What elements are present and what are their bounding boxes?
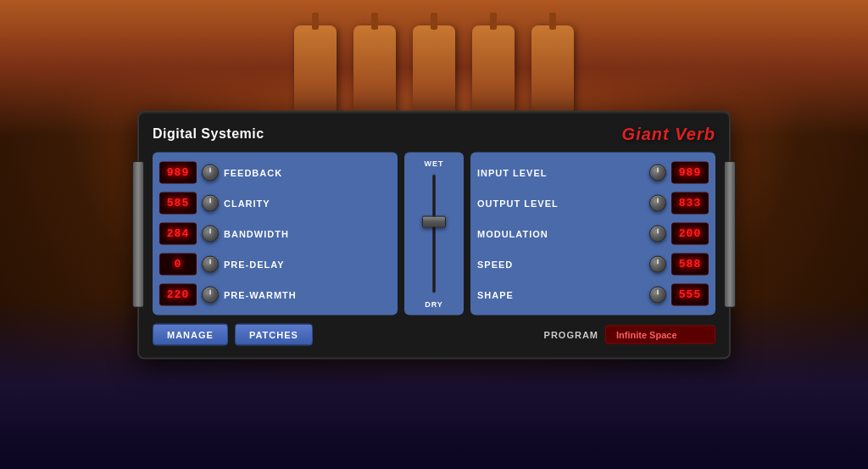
program-display[interactable]: Infinite Space bbox=[605, 325, 715, 343]
knob-shape[interactable] bbox=[649, 286, 666, 303]
rack-handle-right bbox=[724, 161, 736, 308]
rack-unit: Digital Systemic Giant Verb 989FEEDBACK5… bbox=[137, 110, 731, 359]
knob-modulation[interactable] bbox=[649, 225, 666, 242]
param-row-output_level: OUTPUT LEVEL833 bbox=[477, 189, 709, 216]
label-shape: SHAPE bbox=[477, 289, 644, 299]
dry-label: DRY bbox=[425, 299, 443, 308]
knob-pre_warmth[interactable] bbox=[202, 286, 219, 303]
label-speed: SPEED bbox=[477, 259, 644, 269]
knob-speed[interactable] bbox=[649, 255, 666, 272]
wet-label: WET bbox=[425, 159, 444, 167]
led-pre_delay: 0 bbox=[159, 253, 197, 275]
fader-thumb[interactable] bbox=[422, 215, 446, 227]
knob-feedback[interactable] bbox=[202, 164, 219, 181]
plugin-title: Digital Systemic bbox=[153, 126, 264, 142]
footer-left: MANAGE PATCHES bbox=[153, 323, 313, 345]
led-input_level: 989 bbox=[671, 161, 709, 183]
program-label: PROGRAM bbox=[544, 329, 598, 339]
manage-button[interactable]: MANAGE bbox=[153, 323, 228, 345]
led-shape: 555 bbox=[671, 283, 709, 305]
rack-handle-left bbox=[132, 161, 144, 308]
knob-clarity[interactable] bbox=[202, 194, 219, 211]
led-speed: 588 bbox=[671, 253, 709, 275]
knob-pre_delay[interactable] bbox=[202, 255, 219, 272]
label-pre_warmth: PRE-WARMTH bbox=[224, 289, 391, 299]
knob-bandwidth[interactable] bbox=[202, 225, 219, 242]
led-bandwidth: 284 bbox=[159, 222, 197, 244]
param-row-pre_warmth: 220PRE-WARMTH bbox=[159, 281, 391, 308]
label-feedback: FEEDBACK bbox=[224, 167, 391, 177]
param-row-modulation: MODULATION200 bbox=[477, 220, 709, 247]
label-pre_delay: PRE-DELAY bbox=[224, 259, 391, 269]
plugin-footer: MANAGE PATCHES PROGRAM Infinite Space bbox=[153, 323, 715, 345]
plugin-container: Digital Systemic Giant Verb 989FEEDBACK5… bbox=[137, 110, 731, 359]
fader-track[interactable] bbox=[432, 174, 436, 293]
patches-button[interactable]: PATCHES bbox=[235, 323, 313, 345]
knob-input_level[interactable] bbox=[649, 164, 666, 181]
right-panel: INPUT LEVEL989OUTPUT LEVEL833MODULATION2… bbox=[470, 152, 715, 315]
param-row-feedback: 989FEEDBACK bbox=[159, 159, 391, 186]
led-pre_warmth: 220 bbox=[159, 283, 197, 305]
center-panel: WET DRY bbox=[404, 152, 464, 315]
label-bandwidth: BANDWIDTH bbox=[224, 228, 391, 238]
led-feedback: 989 bbox=[159, 161, 197, 183]
brand-first: Giant bbox=[622, 124, 670, 142]
brand-second: Verb bbox=[675, 124, 715, 142]
led-clarity: 585 bbox=[159, 192, 197, 214]
label-clarity: CLARITY bbox=[224, 198, 391, 208]
label-output_level: OUTPUT LEVEL bbox=[477, 198, 644, 208]
knob-output_level[interactable] bbox=[649, 194, 666, 211]
plugin-brand: Giant Verb bbox=[622, 124, 715, 143]
led-modulation: 200 bbox=[671, 222, 709, 244]
plugin-header: Digital Systemic Giant Verb bbox=[153, 124, 715, 143]
led-output_level: 833 bbox=[671, 192, 709, 214]
param-row-shape: SHAPE555 bbox=[477, 281, 709, 308]
param-row-clarity: 585CLARITY bbox=[159, 189, 391, 216]
footer-right: PROGRAM Infinite Space bbox=[544, 325, 715, 343]
left-panel: 989FEEDBACK585CLARITY284BANDWIDTH0PRE-DE… bbox=[153, 152, 398, 315]
param-row-bandwidth: 284BANDWIDTH bbox=[159, 220, 391, 247]
label-input_level: INPUT LEVEL bbox=[477, 167, 644, 177]
plugin-body: 989FEEDBACK585CLARITY284BANDWIDTH0PRE-DE… bbox=[153, 152, 715, 315]
param-row-input_level: INPUT LEVEL989 bbox=[477, 159, 709, 186]
param-row-speed: SPEED588 bbox=[477, 250, 709, 277]
param-row-pre_delay: 0PRE-DELAY bbox=[159, 250, 391, 277]
label-modulation: MODULATION bbox=[477, 228, 644, 238]
